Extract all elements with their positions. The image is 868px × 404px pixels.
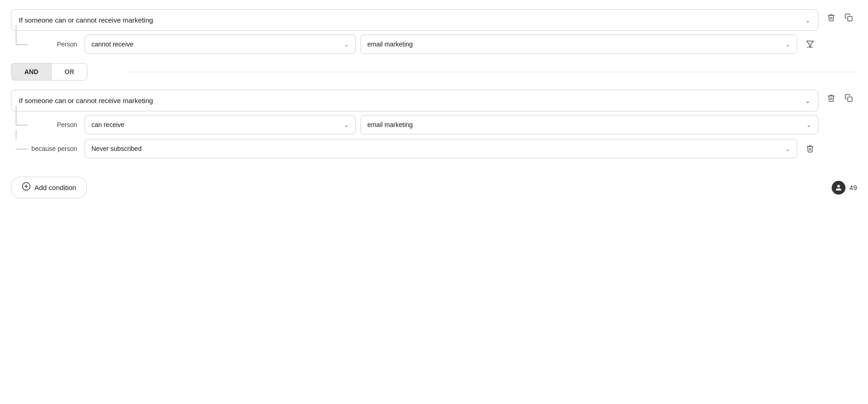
- duplicate-condition-button-2[interactable]: [840, 90, 857, 106]
- chevron-down-icon-2: ⌄: [344, 41, 349, 48]
- condition-actions-2: [823, 90, 857, 106]
- add-condition-row: Add condition 49: [11, 172, 857, 198]
- condition-actions-1: [823, 9, 857, 26]
- condition-header-2[interactable]: If someone can or cannot receive marketi…: [11, 90, 818, 111]
- trash-icon-1: [827, 13, 835, 22]
- cannot-receive-text: cannot receive: [91, 40, 340, 48]
- delete-sub-row-button[interactable]: [802, 140, 818, 157]
- svg-marker-0: [807, 41, 814, 47]
- email-marketing-text-2: email marketing: [367, 121, 803, 128]
- chevron-down-icon-5: ⌄: [344, 121, 349, 128]
- svg-point-7: [838, 185, 840, 187]
- because-person-label: because person: [29, 145, 80, 152]
- and-button[interactable]: AND: [11, 63, 51, 81]
- copy-icon-2: [845, 94, 853, 102]
- chevron-down-icon-1: ⌄: [805, 17, 811, 24]
- delete-condition-button-2[interactable]: [823, 90, 839, 106]
- sub-row-2-2: because person Never subscribed ⌄: [29, 139, 818, 158]
- plus-circle-icon: [22, 182, 31, 193]
- or-button[interactable]: OR: [51, 63, 87, 81]
- condition-block-1: If someone can or cannot receive marketi…: [11, 9, 857, 54]
- duplicate-condition-button-1[interactable]: [840, 9, 857, 26]
- user-avatar-icon: [832, 181, 845, 195]
- condition-sub-2: Person can receive ⌄ email marketing ⌄ b…: [29, 115, 818, 158]
- never-subscribed-text: Never subscribed: [91, 145, 782, 152]
- never-subscribed-dropdown[interactable]: Never subscribed ⌄: [85, 139, 797, 158]
- delete-condition-button-1[interactable]: [823, 9, 839, 26]
- chevron-down-icon-4: ⌄: [805, 97, 811, 104]
- chevron-down-icon-7: ⌄: [785, 145, 790, 152]
- condition-header-text-1: If someone can or cannot receive marketi…: [19, 16, 805, 24]
- email-marketing-text-1: email marketing: [367, 40, 782, 48]
- trash-icon-2: [806, 144, 814, 153]
- condition-header-1[interactable]: If someone can or cannot receive marketi…: [11, 9, 818, 31]
- trash-icon-3: [827, 94, 835, 102]
- can-receive-text: can receive: [91, 121, 340, 128]
- svg-rect-3: [848, 97, 852, 102]
- svg-rect-2: [848, 17, 852, 21]
- add-condition-label: Add condition: [34, 184, 76, 191]
- logic-toggle: AND OR: [11, 63, 857, 81]
- condition-main-2: If someone can or cannot receive marketi…: [11, 90, 818, 158]
- person-label-2: Person: [29, 121, 80, 128]
- filter-icon-1: [806, 40, 814, 48]
- add-condition-button[interactable]: Add condition: [11, 177, 87, 198]
- condition-header-text-2: If someone can or cannot receive marketi…: [19, 97, 805, 104]
- email-marketing-dropdown-1[interactable]: email marketing ⌄: [360, 35, 797, 54]
- chevron-down-icon-3: ⌄: [785, 41, 790, 48]
- condition-block-2: If someone can or cannot receive marketi…: [11, 90, 857, 158]
- email-marketing-dropdown-2[interactable]: email marketing ⌄: [360, 115, 818, 134]
- cannot-receive-dropdown[interactable]: cannot receive ⌄: [85, 35, 356, 54]
- copy-icon-1: [845, 13, 853, 22]
- user-badge: 49: [832, 181, 857, 195]
- can-receive-dropdown[interactable]: can receive ⌄: [85, 115, 356, 134]
- filter-button-1[interactable]: [802, 36, 818, 52]
- chevron-down-icon-6: ⌄: [806, 121, 811, 128]
- person-label-1: Person: [29, 40, 80, 48]
- condition-sub-1: Person cannot receive ⌄ email marketing …: [29, 35, 818, 54]
- condition-main-1: If someone can or cannot receive marketi…: [11, 9, 818, 54]
- page-container: If someone can or cannot receive marketi…: [11, 9, 857, 198]
- sub-row-1-1: Person cannot receive ⌄ email marketing …: [29, 35, 818, 54]
- user-count: 49: [849, 184, 857, 191]
- sub-row-2-1: Person can receive ⌄ email marketing ⌄: [29, 115, 818, 134]
